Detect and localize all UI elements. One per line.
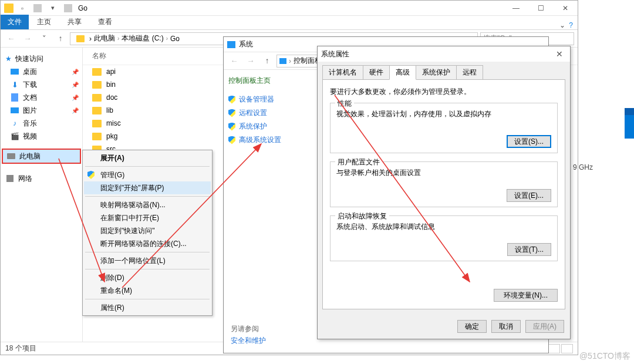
cp-home-link[interactable]: 控制面板主页 [228,76,307,86]
menu-manage[interactable]: 管理(G) [84,168,211,181]
remote-settings-link[interactable]: 远程设置 [228,106,307,120]
admin-note: 要进行大多数更改，你必须作为管理员登录。 [330,87,558,97]
sidebar-item-downloads[interactable]: ⬇下载📌 [1,78,82,91]
breadcrumb[interactable]: 本地磁盘 (C:) [122,33,163,43]
env-vars-button[interactable]: 环境变量(N)... [494,289,558,302]
breadcrumb[interactable]: 此电脑 [94,33,115,43]
sidebar-item-music[interactable]: ♪音乐 [1,117,82,130]
windows-taskbar-accent [625,108,634,139]
ribbon-help-icon[interactable]: ? [569,21,573,29]
ribbon-expand-icon[interactable]: ⌄ [559,21,565,29]
folder-icon [92,107,102,114]
menu-delete[interactable]: 删除(D) [84,271,211,284]
system-icon [227,41,235,48]
ghz-text: 9 GHz [573,163,593,171]
see-also-label: 另请参阅 [231,324,259,334]
shield-icon [228,136,235,144]
tab-hardware[interactable]: 硬件 [363,65,390,80]
menu-rename[interactable]: 重命名(M) [84,284,211,297]
folder-icon [76,35,85,42]
watermark: @51CTO博客 [579,351,630,362]
folder-icon [92,94,102,102]
window-title: 系统 [239,39,253,49]
menu-properties[interactable]: 属性(R) [84,301,211,314]
item-count: 18 个项目 [5,343,36,353]
qat-icon[interactable]: ▫ [18,4,26,12]
up-button[interactable]: ↑ [260,54,274,68]
sidebar-item-desktop[interactable]: 桌面📌 [1,65,82,78]
recent-button[interactable]: ˅ [37,32,51,46]
window-title: Go [78,4,87,12]
maximize-button[interactable]: ☐ [528,1,553,16]
breadcrumb[interactable]: Go [170,35,180,43]
profile-desc: 与登录帐户相关的桌面设置 [336,168,551,178]
details-view-icon[interactable] [548,344,560,353]
tab-remote[interactable]: 远程 [456,65,483,80]
sidebar-item-network[interactable]: 网络 [1,172,82,185]
home-tab[interactable]: 主页 [29,15,59,29]
system-icon [279,58,286,64]
tab-protection[interactable]: 系统保护 [416,65,457,80]
device-manager-link[interactable]: 设备管理器 [228,93,307,106]
startup-group-title: 启动和故障恢复 [335,211,389,221]
tab-computer-name[interactable]: 计算机名 [322,65,363,80]
menu-expand[interactable]: 展开(A) [84,151,211,164]
quick-access[interactable]: ★快速访问 [1,52,82,65]
large-icons-view-icon[interactable] [561,344,573,353]
minimize-button[interactable]: — [504,1,528,16]
up-button[interactable]: ↑ [53,32,68,46]
ribbon-tabs: 文件 主页 共享 查看 ⌄ ? [1,16,578,30]
share-tab[interactable]: 共享 [59,15,90,29]
dialog-title: 系统属性 [321,49,349,59]
folder-icon [4,4,14,13]
menu-new-window[interactable]: 在新窗口中打开(E) [84,211,211,224]
shield-icon [228,109,235,117]
back-button[interactable]: ← [227,54,241,68]
folder-icon [92,133,102,140]
this-pc-highlight: 此电脑 [2,149,81,164]
explorer-titlebar: ▫ ▾ Go — ☐ ✕ [1,1,578,16]
sidebar-item-thispc[interactable]: 此电脑 [3,150,80,163]
folder-icon [92,81,102,89]
menu-disconnect-drive[interactable]: 断开网络驱动器的连接(C)... [84,237,211,250]
shield-icon [228,123,235,131]
menu-pin-quick[interactable]: 固定到"快速访问" [84,224,211,237]
security-link[interactable]: 安全和维护 [231,336,266,346]
menu-pin-start[interactable]: 固定到"开始"屏幕(P) [84,181,211,194]
apply-button[interactable]: 应用(A) [525,320,564,333]
perf-settings-button[interactable]: 设置(S)... [507,135,551,148]
advanced-settings-link[interactable]: 高级系统设置 [228,133,307,147]
system-protection-link[interactable]: 系统保护 [228,120,307,133]
file-tab[interactable]: 文件 [1,15,29,29]
profile-settings-button[interactable]: 设置(E)... [507,189,551,202]
close-button[interactable]: ✕ [553,1,578,16]
qat-dropdown[interactable]: ▾ [49,4,57,12]
context-menu: 展开(A) 管理(G) 固定到"开始"屏幕(P) 映射网络驱动器(N)... 在… [82,150,213,316]
tab-advanced[interactable]: 高级 [389,65,416,80]
perf-group-title: 性能 [335,99,354,109]
ok-button[interactable]: 确定 [457,320,487,333]
profile-group-title: 用户配置文件 [335,157,382,167]
folder-icon [92,120,102,127]
menu-add-location[interactable]: 添加一个网络位置(L) [84,254,211,267]
startup-settings-button[interactable]: 设置(T)... [507,243,551,256]
perf-desc: 视觉效果，处理器计划，内存使用，以及虚拟内存 [336,109,551,119]
forward-button[interactable]: → [21,32,35,46]
system-sidebar: 控制面板主页 设备管理器 远程设置 系统保护 高级系统设置 另请参阅 安全和维护 [224,70,312,353]
shield-icon [87,171,95,179]
system-properties-dialog: 系统属性 ✕ 计算机名 硬件 高级 系统保护 远程 要进行大多数更改，你必须作为… [317,46,571,339]
nav-pane: ★快速访问 桌面📌 ⬇下载📌 文档📌 图片📌 ♪音乐 🎬视频 此电脑 网络 [1,48,83,342]
startup-desc: 系统启动、系统故障和调试信息 [336,222,551,232]
forward-button[interactable]: → [244,54,258,68]
sidebar-item-documents[interactable]: 文档📌 [1,91,82,104]
back-button[interactable]: ← [4,32,18,46]
sidebar-item-videos[interactable]: 🎬视频 [1,130,82,143]
cancel-button[interactable]: 取消 [491,320,521,333]
folder-icon [92,68,102,76]
close-button[interactable]: ✕ [552,49,566,59]
sidebar-item-pictures[interactable]: 图片📌 [1,104,82,117]
tab-panel-advanced: 要进行大多数更改，你必须作为管理员登录。 性能 视觉效果，处理器计划，内存使用，… [322,79,565,309]
menu-map-drive[interactable]: 映射网络驱动器(N)... [84,198,211,211]
view-tab[interactable]: 查看 [90,15,120,29]
dialog-tabs: 计算机名 硬件 高级 系统保护 远程 [318,62,570,80]
